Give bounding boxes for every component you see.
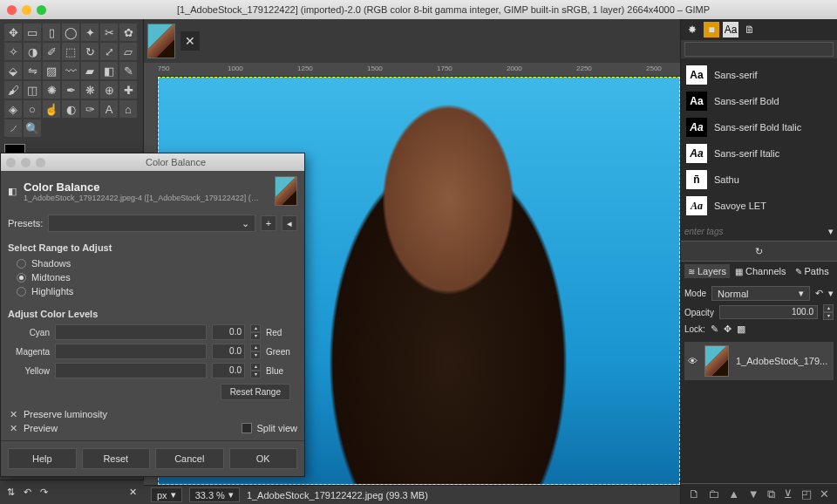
fuzzy-select-tool[interactable]: ✧ <box>4 43 22 60</box>
raise-layer-icon[interactable]: ▲ <box>728 487 739 501</box>
font-item[interactable]: AaSans-serif Bold Italic <box>681 114 837 140</box>
slider-value[interactable]: 0.0 <box>212 324 245 340</box>
history-tab-icon[interactable]: 🗎 <box>742 22 758 37</box>
image-tab-thumbnail[interactable] <box>147 24 175 58</box>
close-image-button[interactable]: ✕ <box>180 31 200 51</box>
free-select-tool[interactable]: ✦ <box>81 24 99 41</box>
patterns-tab-icon[interactable]: ■ <box>704 22 719 37</box>
lock-paint-icon[interactable]: ✎ <box>711 324 718 335</box>
dialog-titlebar[interactable]: Color Balance <box>1 153 304 171</box>
clone-tool[interactable]: ⊕ <box>100 81 118 99</box>
smudge-tool[interactable]: ☝ <box>43 100 60 118</box>
delete-layer-icon[interactable]: ✕ <box>820 487 829 501</box>
range-radio-midtones[interactable]: Midtones <box>8 270 297 284</box>
lock-move-icon[interactable]: ✥ <box>724 324 732 335</box>
undo-icon[interactable]: ↶ <box>24 487 31 498</box>
airbrush-tool[interactable]: ✺ <box>43 81 60 99</box>
lower-layer-icon[interactable]: ▼ <box>748 487 759 501</box>
delete-icon[interactable]: ✕ <box>129 487 137 498</box>
zoom-tool[interactable]: 🔍 <box>24 119 41 137</box>
range-radio-shadows[interactable]: Shadows <box>8 256 297 270</box>
scissors-tool[interactable]: ✂ <box>100 24 118 41</box>
close-window-button[interactable] <box>7 5 17 15</box>
measure-tool[interactable]: ⟋ <box>4 119 22 137</box>
range-radio-highlights[interactable]: Highlights <box>8 284 297 298</box>
ellipse-select-tool[interactable]: ◯ <box>62 24 79 41</box>
by-color-select-tool[interactable]: ◑ <box>24 43 41 60</box>
paintbrush-tool[interactable]: 🖌 <box>4 81 22 99</box>
slider-track[interactable] <box>55 324 207 340</box>
color-picker-tool[interactable]: ⌂ <box>119 100 137 118</box>
font-item[interactable]: AaSans-serif Bold <box>681 88 837 114</box>
brushes-tab-icon[interactable]: ✸ <box>684 22 700 37</box>
ink-tool[interactable]: ✒ <box>62 81 79 99</box>
rect-select-tool[interactable]: ▯ <box>43 24 60 41</box>
mask-icon[interactable]: ◰ <box>801 487 812 501</box>
gradient-tool[interactable]: ◧ <box>100 62 118 79</box>
preserve-luminosity-row[interactable]: ✕ Preserve luminosity <box>1 407 304 421</box>
minimize-window-button[interactable] <box>22 5 31 15</box>
tab-menu-icon[interactable]: ◂ <box>834 265 837 278</box>
slider-value[interactable]: 0.0 <box>212 344 245 359</box>
font-item[interactable]: AaSans-serif Italic <box>681 140 837 167</box>
lock-alpha-icon[interactable]: ▩ <box>737 324 745 335</box>
slider-spinner[interactable]: ▴▾ <box>250 324 261 340</box>
paths-tab[interactable]: ✎ Paths <box>792 264 833 278</box>
slider-value[interactable]: 0.0 <box>212 363 245 378</box>
dodge-tool[interactable]: ◐ <box>62 100 79 118</box>
mypaint-tool[interactable]: ❋ <box>81 81 99 99</box>
merge-down-icon[interactable]: ⊻ <box>784 487 793 501</box>
add-preset-button[interactable]: + <box>261 215 276 231</box>
tags-input[interactable] <box>684 227 825 236</box>
rotate-tool[interactable]: ↻ <box>81 43 99 60</box>
font-item[interactable]: ñSathu <box>681 167 837 193</box>
config-icon[interactable]: ⇅ <box>7 487 15 498</box>
duplicate-layer-icon[interactable]: ⧉ <box>767 487 775 501</box>
move-tool[interactable]: ✥ <box>4 24 22 41</box>
foreground-select-tool[interactable]: ✿ <box>119 24 137 41</box>
align-tool[interactable]: ▭ <box>24 24 41 41</box>
blur-tool[interactable]: ○ <box>24 100 41 118</box>
font-item[interactable]: AaSavoye LET <box>681 193 837 219</box>
slider-spinner[interactable]: ▴▾ <box>250 344 261 359</box>
scale-tool[interactable]: ⤢ <box>100 43 118 60</box>
layers-tab[interactable]: ≋ Layers <box>684 264 730 278</box>
layer-item[interactable]: 👁 1_AdobeStock_179... <box>684 342 834 380</box>
perspective-clone-tool[interactable]: ◈ <box>4 100 22 118</box>
chevron-down-icon[interactable]: ▾ <box>828 226 834 237</box>
opacity-spinner[interactable]: ▴▾ <box>823 304 834 320</box>
help-button[interactable]: Help <box>8 448 77 469</box>
perspective-tool[interactable]: ⬙ <box>4 62 22 79</box>
warp-tool[interactable]: 〰 <box>62 62 79 79</box>
text-tool[interactable]: A <box>100 100 118 118</box>
chevron-down-icon[interactable]: ▾ <box>828 288 834 299</box>
cancel-button[interactable]: Cancel <box>155 448 224 469</box>
switch-mode-icon[interactable]: ↶ <box>815 288 823 299</box>
refresh-fonts-button[interactable]: ↻ <box>681 241 837 262</box>
opacity-slider[interactable]: 100.0 <box>719 305 818 319</box>
font-item[interactable]: AaSans-serif <box>681 62 837 88</box>
channels-tab[interactable]: ▦ Channels <box>732 264 789 278</box>
layer-group-icon[interactable]: 🗀 <box>708 487 719 501</box>
shear-tool[interactable]: ▱ <box>119 43 137 60</box>
slider-track[interactable] <box>55 344 207 359</box>
new-layer-icon[interactable]: 🗋 <box>689 487 700 501</box>
presets-selector[interactable]: ⌄ <box>48 215 255 232</box>
preset-menu-button[interactable]: ◂ <box>282 215 297 231</box>
zoom-window-button[interactable] <box>37 5 46 15</box>
redo-icon[interactable]: ↷ <box>40 487 48 498</box>
cage-tool[interactable]: ▨ <box>43 62 60 79</box>
slider-track[interactable] <box>55 363 207 378</box>
bucket-fill-tool[interactable]: ▰ <box>81 62 99 79</box>
unit-selector[interactable]: px ▾ <box>151 487 182 502</box>
reset-button[interactable]: Reset <box>82 448 151 469</box>
zoom-selector[interactable]: 33.3 % ▾ <box>189 487 240 502</box>
slider-spinner[interactable]: ▴▾ <box>250 363 261 378</box>
split-view-row[interactable]: Split view <box>242 423 297 433</box>
crop-tool[interactable]: ✐ <box>43 43 60 60</box>
ok-button[interactable]: OK <box>229 448 298 469</box>
mode-selector[interactable]: Normal ▾ <box>711 286 810 301</box>
visibility-icon[interactable]: 👁 <box>688 356 698 366</box>
path-tool[interactable]: ✑ <box>81 100 99 118</box>
preview-row[interactable]: ✕ Preview <box>8 423 58 433</box>
